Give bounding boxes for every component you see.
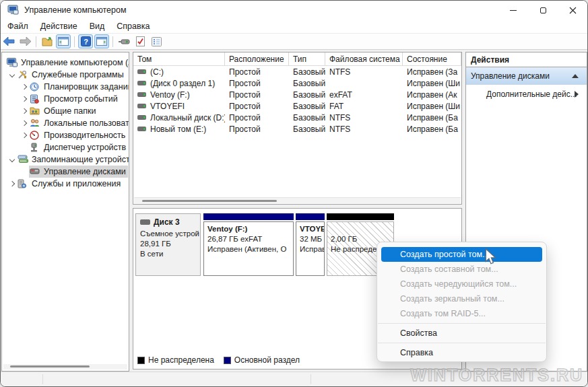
toolbar-separator bbox=[74, 36, 75, 47]
watermark: WINTORRENTS.RU bbox=[410, 365, 583, 385]
menu-action[interactable]: Действие bbox=[34, 20, 84, 32]
context-menu: Создать простой том... Создать составной… bbox=[377, 242, 547, 362]
column-header-layout[interactable]: Расположение bbox=[225, 52, 289, 65]
cell-type: Базовый bbox=[289, 125, 325, 134]
table-row[interactable]: (C:) Простой Базовый NTFS Исправен (За bbox=[133, 66, 461, 77]
column-header-volume[interactable]: Том bbox=[133, 52, 225, 65]
statusbar-separator bbox=[311, 374, 311, 384]
menu-item-create-mirrored-volume: Создать зеркальный том... bbox=[377, 291, 546, 306]
menu-item-properties[interactable]: Свойства bbox=[377, 326, 546, 341]
tree-item-performance[interactable]: Производительность bbox=[2, 129, 129, 141]
table-row[interactable]: Локальный диск (D:) Простой Базовый NTFS… bbox=[133, 112, 461, 123]
collapse-icon[interactable] bbox=[572, 74, 579, 78]
tree-item-device-manager[interactable]: Диспетчер устройств bbox=[2, 141, 129, 153]
cell-volume: Локальный диск (D:) bbox=[150, 113, 225, 122]
computer-icon bbox=[7, 58, 18, 67]
tree-item-services[interactable]: Службы и приложения bbox=[2, 178, 129, 190]
list-horizontal-scrollbar[interactable] bbox=[134, 197, 461, 203]
partition-status: Исправен (Активен, О bbox=[207, 244, 290, 254]
partition-vtoyefi[interactable]: VTOYEFI 32 МБ Исправен bbox=[296, 213, 325, 276]
tree-item-label: Общие папки bbox=[44, 106, 96, 116]
tree-item-label: Диспетчер устройств bbox=[44, 143, 126, 152]
cell-filesystem: FAT bbox=[325, 102, 403, 111]
close-icon bbox=[569, 7, 577, 14]
chevron-right-icon[interactable] bbox=[20, 106, 29, 116]
menu-file[interactable]: Файл bbox=[1, 20, 34, 32]
tree-item-local-users[interactable]: Локальные пользовате bbox=[2, 117, 129, 129]
tree-item-system-tools[interactable]: Служебные программы bbox=[2, 69, 129, 81]
disk-kind: Съемное устрой bbox=[140, 229, 196, 239]
cell-layout: Простой bbox=[225, 113, 289, 122]
menu-item-create-simple-volume[interactable]: Создать простой том... bbox=[381, 247, 542, 262]
column-header-type[interactable]: Тип bbox=[289, 52, 325, 65]
legend-label: Не распределена bbox=[148, 355, 214, 365]
volume-icon bbox=[137, 69, 146, 74]
device-button[interactable] bbox=[117, 34, 131, 48]
column-header-status[interactable]: Состояние bbox=[403, 52, 461, 65]
storage-icon bbox=[18, 155, 28, 164]
console-tree-button[interactable] bbox=[56, 34, 71, 48]
scrollbar-thumb[interactable] bbox=[10, 365, 90, 367]
event-viewer-icon bbox=[30, 94, 40, 104]
tree-item-task-scheduler[interactable]: Планировщик заданий bbox=[2, 81, 129, 93]
disk-management-icon bbox=[30, 167, 40, 176]
tree-item-computer-management[interactable]: Управление компьютером (ло bbox=[2, 57, 129, 69]
tree-item-disk-management[interactable]: Управление дисками bbox=[2, 166, 129, 178]
actions-item-more[interactable]: Дополнительные дейс... bbox=[466, 85, 587, 104]
cell-status: Исправен (Ба bbox=[403, 125, 461, 134]
menu-view[interactable]: Вид bbox=[84, 20, 111, 32]
actions-group-disk-management[interactable]: Управление дисками bbox=[466, 67, 587, 85]
action-pane-button[interactable] bbox=[94, 34, 109, 48]
forward-button[interactable] bbox=[18, 34, 32, 48]
export-button[interactable] bbox=[40, 34, 55, 48]
properties-button[interactable] bbox=[149, 34, 164, 48]
table-row[interactable]: (Диск 0 раздел 1) Простой Базовый Исправ… bbox=[133, 77, 461, 89]
console-tree-icon bbox=[58, 37, 69, 46]
column-header-filesystem[interactable]: Файловая система bbox=[325, 52, 403, 65]
toolbar: ? bbox=[1, 33, 587, 50]
toolbar-separator bbox=[112, 36, 113, 47]
chevron-right-icon[interactable] bbox=[7, 179, 17, 188]
tree-item-storage[interactable]: Запоминающие устройств bbox=[2, 153, 129, 166]
partition-color-band bbox=[327, 213, 394, 220]
legend-item: Основной раздел bbox=[224, 355, 300, 365]
close-button[interactable] bbox=[558, 1, 587, 20]
computer-management-window: Управление компьютером Файл Действие Вид… bbox=[0, 0, 588, 387]
actions-item-label: Дополнительные дейс... bbox=[486, 90, 577, 99]
disk-header[interactable]: Диск 3 Съемное устрой 28,91 ГБ В сети bbox=[135, 213, 201, 276]
tree-horizontal-scrollbar[interactable] bbox=[3, 364, 127, 370]
cell-filesystem: exFAT bbox=[325, 90, 403, 100]
chevron-right-icon[interactable] bbox=[20, 118, 29, 128]
device-manager-icon bbox=[30, 143, 40, 152]
tree-item-event-viewer[interactable]: Просмотр событий bbox=[2, 93, 129, 105]
menu-item-help[interactable]: Справка bbox=[377, 345, 546, 360]
cell-filesystem: NTFS bbox=[325, 67, 403, 77]
chevron-down-icon[interactable] bbox=[7, 70, 17, 79]
maximize-button[interactable] bbox=[528, 1, 558, 20]
help-button[interactable]: ? bbox=[78, 34, 93, 48]
cell-volume: Новый том (E:) bbox=[150, 125, 206, 134]
chevron-right-icon[interactable] bbox=[20, 82, 29, 92]
menu-help[interactable]: Справка bbox=[110, 20, 156, 32]
check-doc-button[interactable] bbox=[133, 34, 148, 48]
cell-volume: (Диск 0 раздел 1) bbox=[150, 79, 215, 88]
minimize-button[interactable] bbox=[498, 1, 528, 20]
chevron-down-icon[interactable] bbox=[7, 155, 17, 164]
scrollbar-thumb[interactable] bbox=[142, 200, 277, 202]
table-row[interactable]: Ventoy (F:) Простой Базовый exFAT Исправ… bbox=[133, 89, 461, 100]
tree-item-shared-folders[interactable]: Общие папки bbox=[2, 105, 129, 117]
back-button[interactable] bbox=[1, 34, 16, 48]
cell-status: Исправен (За bbox=[403, 67, 461, 77]
table-row[interactable]: Новый том (E:) Простой Базовый NTFS Испр… bbox=[133, 123, 461, 135]
app-icon bbox=[7, 5, 19, 15]
cell-filesystem: NTFS bbox=[325, 113, 403, 122]
partition-ventoy[interactable]: Ventoy (F:) 26,87 ГБ exFAT Исправен (Акт… bbox=[203, 213, 294, 276]
cell-volume: Ventoy (F:) bbox=[150, 90, 190, 100]
actions-title: Действия bbox=[466, 52, 587, 67]
selected-tree-item[interactable]: Управление дисками bbox=[29, 166, 128, 178]
chevron-right-icon[interactable] bbox=[20, 94, 29, 104]
menu-item-create-striped-volume: Создать чередующийся том... bbox=[377, 277, 546, 291]
volume-icon bbox=[137, 127, 146, 131]
table-row[interactable]: VTOYEFI Простой Базовый FAT Исправен (Ши bbox=[133, 100, 461, 112]
chevron-right-icon[interactable] bbox=[20, 131, 29, 140]
